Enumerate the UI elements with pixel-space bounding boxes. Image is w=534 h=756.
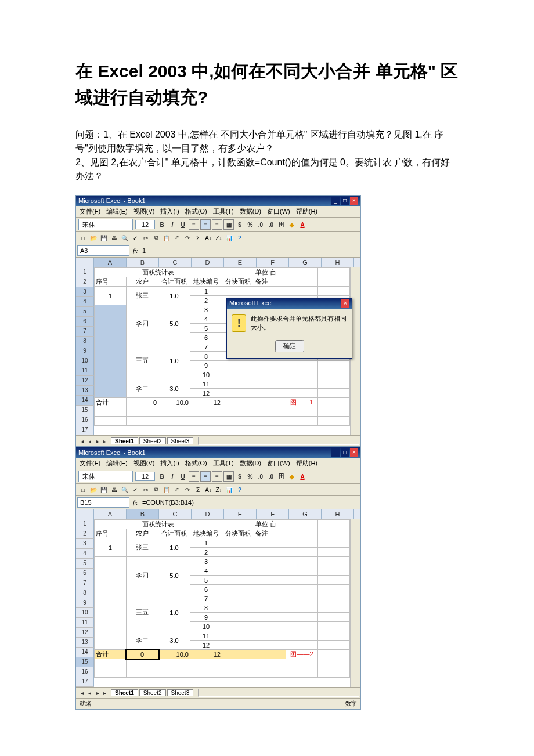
cell-header[interactable]: 序号 <box>95 529 127 538</box>
percent-icon[interactable]: % <box>246 220 255 229</box>
cell-total-label[interactable]: 合计 <box>95 650 127 659</box>
cell[interactable]: 11 <box>190 379 222 389</box>
help-icon[interactable]: ? <box>235 485 244 494</box>
cell-header[interactable]: 农户 <box>127 529 158 538</box>
fx-icon[interactable]: fx <box>131 499 140 506</box>
horizontal-scrollbar[interactable] <box>198 437 359 445</box>
row-header[interactable]: 8 <box>76 337 94 346</box>
align-left-icon[interactable]: ≡ <box>189 471 199 482</box>
cell[interactable]: 6 <box>190 333 222 342</box>
spell-icon[interactable]: ✓ <box>131 233 140 243</box>
row-header[interactable]: 10 <box>76 356 94 366</box>
cell[interactable]: 李四 <box>127 557 158 594</box>
menu-edit[interactable]: 编辑(E) <box>106 459 128 468</box>
col-header-C[interactable]: C <box>159 509 192 519</box>
select-all-corner[interactable] <box>76 258 94 267</box>
undo-icon[interactable]: ↶ <box>172 233 182 243</box>
redo-icon[interactable]: ↷ <box>183 233 192 243</box>
dialog-ok-button[interactable]: 确定 <box>275 340 304 352</box>
name-box[interactable]: A3 <box>77 245 129 256</box>
row-header[interactable]: 7 <box>76 327 94 337</box>
decrease-decimal-icon[interactable]: .0 <box>266 220 276 229</box>
row-header[interactable]: 6 <box>76 569 94 578</box>
cell[interactable]: 王五 <box>127 594 158 631</box>
col-header-G[interactable]: G <box>289 509 322 519</box>
cell-header[interactable]: 备注 <box>254 529 286 538</box>
row-header[interactable]: 15 <box>76 657 94 667</box>
cell[interactable]: 0 <box>127 398 158 407</box>
row-header[interactable]: 4 <box>76 549 94 559</box>
tab-last-icon[interactable]: ▸| <box>102 690 110 696</box>
close-icon[interactable]: × <box>350 197 358 205</box>
cell[interactable]: 9 <box>190 613 222 622</box>
menu-format[interactable]: 格式(O) <box>185 207 207 216</box>
increase-decimal-icon[interactable]: .0 <box>256 220 265 229</box>
menu-insert[interactable]: 插入(I) <box>160 459 179 468</box>
cell[interactable]: 3.0 <box>158 379 190 398</box>
cell[interactable]: 李四 <box>127 305 158 342</box>
row-header[interactable]: 3 <box>76 539 94 549</box>
fill-color-icon[interactable]: ◆ <box>287 220 297 229</box>
menu-help[interactable]: 帮助(H) <box>296 207 317 216</box>
tab-sheet3[interactable]: Sheet3 <box>167 689 194 696</box>
cell[interactable]: 1.0 <box>158 342 190 379</box>
row-header[interactable]: 2 <box>76 277 94 287</box>
currency-icon[interactable]: $ <box>235 220 244 229</box>
cell-header[interactable]: 地块编号 <box>190 529 222 538</box>
tab-sheet1[interactable]: Sheet1 <box>111 689 138 696</box>
currency-icon[interactable]: $ <box>235 472 244 481</box>
cell-header[interactable]: 农户 <box>127 277 158 287</box>
cell[interactable]: 7 <box>190 342 222 352</box>
menu-file[interactable]: 文件(F) <box>80 459 100 468</box>
cell[interactable]: 2 <box>190 296 222 305</box>
autosum-icon[interactable]: Σ <box>193 485 203 494</box>
open-icon[interactable]: 📂 <box>89 485 98 494</box>
print-icon[interactable]: 🖶 <box>110 233 119 243</box>
row-header[interactable]: 1 <box>76 519 94 529</box>
tab-sheet1[interactable]: Sheet1 <box>111 437 138 444</box>
cell[interactable]: 3 <box>190 557 222 566</box>
align-center-icon[interactable]: ≡ <box>200 219 211 230</box>
paste-icon[interactable]: 📋 <box>162 233 171 243</box>
fx-icon[interactable]: fx <box>131 247 140 254</box>
cell[interactable]: 1.0 <box>158 594 190 631</box>
row-header[interactable]: 2 <box>76 529 94 539</box>
col-header-B[interactable]: B <box>127 509 159 519</box>
cell-header[interactable]: 序号 <box>95 277 127 287</box>
cell[interactable]: 5 <box>190 324 222 333</box>
maximize-icon[interactable]: □ <box>341 197 349 205</box>
tab-first-icon[interactable]: |◂ <box>77 690 85 696</box>
cell[interactable]: 4 <box>190 566 222 576</box>
font-color-icon[interactable]: A <box>298 472 307 481</box>
cell[interactable]: 1 <box>95 287 127 305</box>
tab-first-icon[interactable]: |◂ <box>77 438 85 444</box>
cell[interactable]: 张三 <box>127 538 158 557</box>
cell[interactable] <box>95 305 127 342</box>
row-header[interactable]: 13 <box>76 386 94 396</box>
align-left-icon[interactable]: ≡ <box>189 219 199 230</box>
italic-icon[interactable]: I <box>168 220 177 229</box>
cell[interactable]: 1.0 <box>158 287 190 305</box>
cell[interactable]: 10 <box>190 370 222 379</box>
menu-data[interactable]: 数据(D) <box>240 207 261 216</box>
maximize-icon[interactable]: □ <box>341 448 349 457</box>
help-icon[interactable]: ? <box>235 233 244 243</box>
merge-icon[interactable]: ▦ <box>223 471 234 482</box>
cell[interactable]: 8 <box>190 603 222 613</box>
row-header[interactable]: 12 <box>76 628 94 638</box>
cell[interactable]: 1.0 <box>158 538 190 557</box>
save-icon[interactable]: 💾 <box>99 233 109 243</box>
col-header-G[interactable]: G <box>289 258 322 267</box>
italic-icon[interactable]: I <box>168 472 177 481</box>
borders-icon[interactable]: 田 <box>277 472 286 481</box>
merge-icon[interactable]: ▦ <box>223 219 234 230</box>
cell[interactable]: 12 <box>190 398 222 407</box>
cell[interactable]: 11 <box>190 631 222 641</box>
tab-last-icon[interactable]: ▸| <box>102 438 110 444</box>
menu-view[interactable]: 视图(V) <box>134 459 155 468</box>
cell[interactable]: 1 <box>95 538 127 557</box>
row-header[interactable]: 13 <box>76 638 94 648</box>
tab-prev-icon[interactable]: ◂ <box>85 690 93 696</box>
cell[interactable]: 张三 <box>127 287 158 305</box>
row-header[interactable]: 11 <box>76 366 94 376</box>
